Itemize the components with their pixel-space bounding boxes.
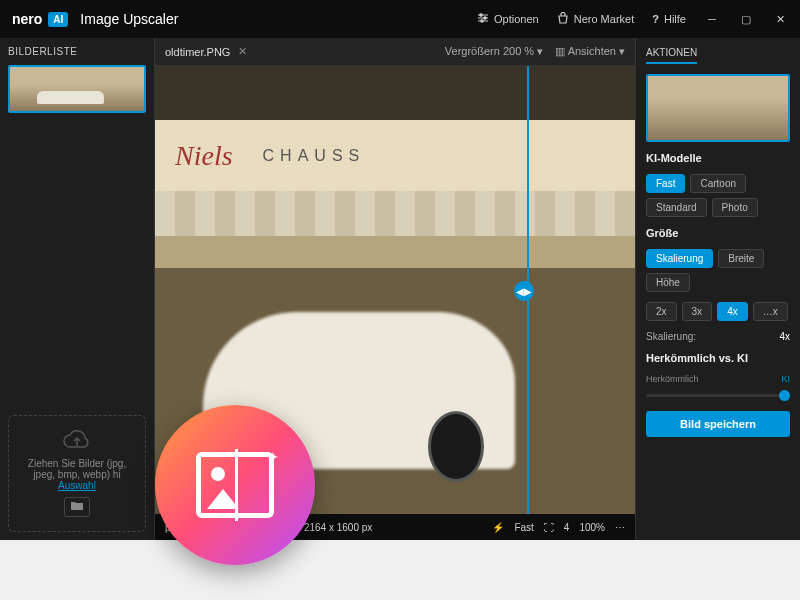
file-tab[interactable]: oldtimer.PNG ✕ bbox=[165, 45, 247, 58]
dropzone[interactable]: Ziehen Sie Bilder (jpg, jpeg, bmp, webp)… bbox=[8, 415, 146, 532]
image-compare-icon: ✦ bbox=[196, 452, 274, 518]
size-label: Größe bbox=[646, 227, 790, 239]
expand-icon[interactable]: ⛶ bbox=[544, 522, 554, 533]
models-row: Fast Cartoon Standard Photo bbox=[646, 174, 790, 217]
svg-point-0 bbox=[480, 14, 482, 16]
scale-4x[interactable]: 4x bbox=[717, 302, 748, 321]
svg-point-1 bbox=[484, 17, 486, 19]
more-icon[interactable]: ⋯ bbox=[615, 522, 625, 533]
image-list-title: BILDERLISTE bbox=[8, 46, 146, 57]
brand-text: nero bbox=[12, 11, 42, 27]
dropzone-browse-link[interactable]: Auswahl bbox=[58, 480, 96, 491]
tab-filename: oldtimer.PNG bbox=[165, 46, 230, 58]
size-tab-width[interactable]: Breite bbox=[718, 249, 764, 268]
model-standard[interactable]: Standard bbox=[646, 198, 707, 217]
options-label: Optionen bbox=[494, 13, 539, 25]
svg-point-2 bbox=[481, 20, 483, 22]
ai-badge: AI bbox=[48, 12, 68, 27]
tabbar: oldtimer.PNG ✕ Vergrößern 200 % ▾ ▥ Ansi… bbox=[155, 38, 635, 66]
scale-3x[interactable]: 3x bbox=[682, 302, 713, 321]
close-button[interactable]: ✕ bbox=[772, 11, 788, 27]
scale-custom[interactable]: …x bbox=[753, 302, 788, 321]
compare-left-label: Herkömmlich bbox=[646, 374, 699, 384]
model-fast[interactable]: Fast bbox=[646, 174, 685, 193]
status-result-dims: 2164 x 1600 px bbox=[304, 522, 372, 533]
views-control[interactable]: ▥ Ansichten ▾ bbox=[555, 45, 625, 58]
help-label: Hilfe bbox=[664, 13, 686, 25]
sign-block-text: CHAUSS bbox=[263, 147, 366, 165]
sidebar-image-list: BILDERLISTE Ziehen Sie Bilder (jpg, jpeg… bbox=[0, 38, 155, 540]
folder-icon[interactable] bbox=[64, 497, 90, 517]
compare-slider-track[interactable] bbox=[646, 394, 790, 397]
scale-kv-label: Skalierung: bbox=[646, 331, 696, 342]
app-title: Image Upscaler bbox=[80, 11, 178, 27]
model-cartoon[interactable]: Cartoon bbox=[690, 174, 746, 193]
zoom-control[interactable]: Vergrößern 200 % ▾ bbox=[445, 45, 543, 58]
app-window: nero AI Image Upscaler Optionen Nero Mar… bbox=[0, 0, 800, 540]
minimize-button[interactable]: ─ bbox=[704, 11, 720, 27]
question-icon: ? bbox=[652, 13, 659, 25]
size-tabs: Skalierung Breite Höhe bbox=[646, 249, 790, 292]
scale-kv-value: 4x bbox=[779, 331, 790, 342]
status-scale: 4 bbox=[564, 522, 570, 533]
market-label: Nero Market bbox=[574, 13, 635, 25]
cloud-upload-icon bbox=[17, 430, 137, 458]
promo-badge: ✦ bbox=[155, 405, 315, 565]
scale-options: 2x 3x 4x …x bbox=[646, 302, 790, 321]
compare-slider-knob[interactable] bbox=[779, 390, 790, 401]
bolt-icon: ⚡ bbox=[492, 522, 504, 533]
status-percent: 100% bbox=[579, 522, 605, 533]
image-thumbnail[interactable] bbox=[8, 65, 146, 113]
size-tab-scale[interactable]: Skalierung bbox=[646, 249, 713, 268]
sign-script-text: Niels bbox=[175, 140, 233, 172]
market-link[interactable]: Nero Market bbox=[557, 12, 635, 26]
save-button[interactable]: Bild speichern bbox=[646, 411, 790, 437]
compare-right-label: KI bbox=[781, 374, 790, 384]
model-photo[interactable]: Photo bbox=[712, 198, 758, 217]
sliders-icon bbox=[477, 12, 489, 26]
sparkle-icon: ✦ bbox=[267, 449, 279, 465]
sidebar-actions: AKTIONEN KI-Modelle Fast Cartoon Standar… bbox=[635, 38, 800, 540]
compare-label: Herkömmlich vs. KI bbox=[646, 352, 790, 364]
app-logo: nero AI Image Upscaler bbox=[12, 11, 178, 27]
tab-close-icon[interactable]: ✕ bbox=[238, 45, 247, 58]
maximize-button[interactable]: ▢ bbox=[738, 11, 754, 27]
actions-title: AKTIONEN bbox=[646, 47, 697, 64]
bag-icon bbox=[557, 12, 569, 26]
help-link[interactable]: ? Hilfe bbox=[652, 13, 686, 25]
size-tab-height[interactable]: Höhe bbox=[646, 273, 690, 292]
scale-2x[interactable]: 2x bbox=[646, 302, 677, 321]
status-mode: Fast bbox=[514, 522, 533, 533]
options-menu[interactable]: Optionen bbox=[477, 12, 539, 26]
titlebar: nero AI Image Upscaler Optionen Nero Mar… bbox=[0, 0, 800, 38]
models-label: KI-Modelle bbox=[646, 152, 790, 164]
dropzone-text: Ziehen Sie Bilder (jpg, jpeg, bmp, webp)… bbox=[17, 458, 137, 480]
preview-thumbnail[interactable] bbox=[646, 74, 790, 142]
